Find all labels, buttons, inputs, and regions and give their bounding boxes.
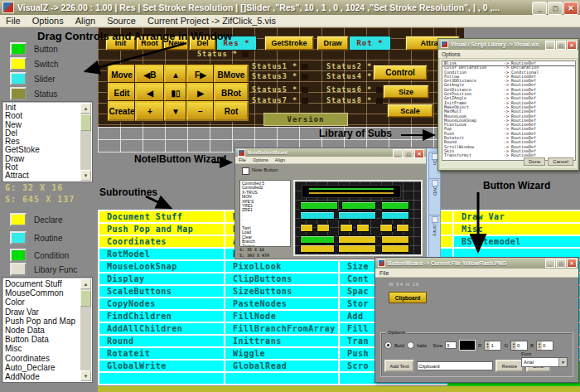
scrollbar[interactable]: ▲ ▼ — [80, 103, 91, 181]
r-stepper[interactable]: ▲▼1 — [484, 341, 501, 351]
list-item[interactable]: Auto_Declare — [5, 363, 92, 372]
button-color-swatch[interactable] — [10, 42, 27, 56]
groups-listbox[interactable]: Document Stuff MouseCommon Color Draw Va… — [2, 277, 93, 383]
rot-slider-label[interactable]: Rot * — [349, 36, 391, 51]
close-icon[interactable]: ✕ — [414, 149, 424, 157]
table-cell[interactable]: PasteNodes — [225, 298, 338, 309]
getstroke-button[interactable]: GetStroke — [264, 36, 314, 51]
table-cell[interactable]: Coordinates — [99, 236, 224, 247]
forward-arrow-button[interactable]: F▶ — [186, 65, 215, 85]
scrollbar-thumb[interactable] — [80, 290, 91, 307]
bmove-button[interactable]: BMove — [214, 65, 249, 85]
list-item[interactable]: Color — [5, 298, 92, 307]
italic-label[interactable]: Italic — [417, 343, 427, 348]
table-cell[interactable]: Wiggle — [225, 348, 338, 359]
scrollbar[interactable]: ▲ ▼ — [80, 278, 91, 381]
declare-color-swatch[interactable] — [10, 213, 27, 226]
list-item[interactable]: Misc — [5, 344, 92, 353]
scale-button[interactable]: Scale — [387, 104, 433, 118]
close-icon[interactable]: ✕ — [567, 41, 577, 50]
list-item[interactable]: Coordinates — [5, 354, 92, 363]
toggle-bars-button[interactable]: ▮▯ — [164, 83, 187, 103]
table-cell[interactable]: Draw Var — [454, 211, 580, 222]
scrollbar-thumb[interactable] — [80, 114, 91, 131]
title-bar[interactable]: Visual / Script Library -> Visual.vis _□… — [438, 39, 578, 50]
menu-align[interactable]: Align — [70, 16, 101, 26]
close-icon[interactable]: ✕ — [567, 259, 577, 268]
font-dropdown[interactable]: Arial▼ — [521, 357, 568, 367]
minimize-icon[interactable]: _ — [532, 2, 547, 15]
title-bar[interactable]: VisualZ -> 226.00 : 1.00 | Res | Set Str… — [0, 0, 580, 15]
maximize-icon[interactable]: □ — [404, 149, 413, 157]
condition-color-swatch[interactable] — [10, 249, 27, 262]
rot-button[interactable]: Rot — [214, 101, 249, 121]
slider-color-swatch[interactable] — [10, 72, 27, 85]
table-cell[interactable]: Document Stuff — [99, 211, 224, 222]
table-cell[interactable]: FindChildren — [99, 311, 224, 322]
right-arrow-button[interactable]: ▶ — [186, 83, 215, 103]
move-button[interactable]: Move — [108, 65, 136, 85]
table-cell[interactable]: MouseLookSnap — [99, 261, 224, 272]
plus-button[interactable]: + — [135, 101, 165, 121]
size-button[interactable]: Size — [383, 85, 429, 99]
chevron-down-icon[interactable]: ▼ — [558, 358, 567, 366]
table-cell[interactable]: Display — [99, 273, 224, 284]
table-cell[interactable]: GlobalRead — [225, 361, 338, 371]
menu-align[interactable]: Align — [272, 157, 288, 162]
menu-options[interactable]: Options — [27, 16, 70, 26]
routine-color-swatch[interactable] — [10, 231, 27, 244]
cancel-button[interactable]: Cancel — [548, 157, 573, 166]
brot-button[interactable]: BRot — [214, 83, 249, 103]
minimize-icon[interactable]: _ — [393, 149, 403, 157]
control-button[interactable]: Control — [373, 65, 428, 80]
version-button[interactable]: Version — [263, 113, 348, 126]
draw-button[interactable]: Draw — [317, 36, 349, 51]
button-text-input[interactable] — [417, 361, 493, 370]
table-cell[interactable]: Misc — [454, 224, 580, 235]
table-cell[interactable]: ScaleButtons — [99, 286, 224, 297]
maximize-icon[interactable]: □ — [556, 41, 566, 50]
title-bar[interactable]: ButtonWizard -> Current File YellowFlash… — [375, 258, 578, 269]
list-item[interactable]: Attract — [5, 172, 92, 180]
table-cell[interactable]: CopyNodes — [99, 298, 224, 309]
list-item[interactable]: Button Data — [5, 335, 92, 344]
maximize-icon[interactable]: □ — [548, 2, 563, 15]
italic-radio-icon[interactable] — [407, 341, 414, 349]
up-arrow-button[interactable]: ▲ — [164, 65, 187, 85]
down-arrow-button[interactable]: ▼ — [164, 101, 187, 121]
list-item[interactable]: Node Data — [5, 326, 92, 335]
list-item[interactable]: Document Stuff — [5, 279, 92, 288]
minimize-icon[interactable]: _ — [545, 259, 555, 268]
menu-current-project[interactable]: Current Project -> ZifClick_5.vis — [142, 16, 282, 26]
list-item[interactable]: Push Pop and Map — [5, 317, 92, 326]
menu-file[interactable]: File — [235, 157, 249, 162]
list-item[interactable]: New — [5, 121, 92, 129]
table-cell[interactable]: PixolLook — [225, 261, 338, 272]
done-button[interactable]: Done — [524, 157, 545, 166]
maximize-icon[interactable]: □ — [556, 259, 566, 268]
bold-radio-icon[interactable] — [384, 341, 392, 349]
edit-button[interactable]: Edit — [108, 83, 136, 103]
menu-file[interactable]: File — [375, 270, 393, 276]
table-cell[interactable]: ClipButtons — [225, 273, 338, 284]
note-button-checkbox[interactable] — [242, 167, 249, 175]
left-arrow-button[interactable]: ◀ — [135, 83, 165, 103]
table-cell[interactable]: GlobalWrite — [99, 361, 224, 371]
table-cell[interactable]: Inittrans — [225, 336, 338, 346]
clipboard-button[interactable]: Clipboard — [389, 292, 427, 303]
tab-dvd[interactable]: DVD — [428, 178, 441, 216]
table-cell[interactable]: Rotateit — [99, 348, 224, 359]
library-func-color-swatch[interactable] — [10, 263, 27, 276]
size-input[interactable] — [445, 341, 457, 349]
subs-listbox[interactable]: Init Root New Del Res GetStoke Draw Rot … — [2, 101, 93, 182]
add-text-button[interactable]: Add Text — [384, 360, 414, 372]
tab-library[interactable]: Library — [428, 215, 441, 261]
menu-source[interactable]: Source — [101, 16, 142, 26]
chevron-down-icon[interactable]: ▼ — [80, 370, 91, 381]
list-item[interactable]: MouseCommon — [5, 288, 92, 298]
table-cell[interactable]: FillNode — [225, 311, 338, 322]
status-color-swatch[interactable] — [10, 87, 27, 100]
list-item[interactable]: Draw Var — [5, 307, 92, 317]
table-cell[interactable]: AddAllChildren — [99, 323, 224, 334]
minimize-icon[interactable]: _ — [545, 41, 555, 50]
